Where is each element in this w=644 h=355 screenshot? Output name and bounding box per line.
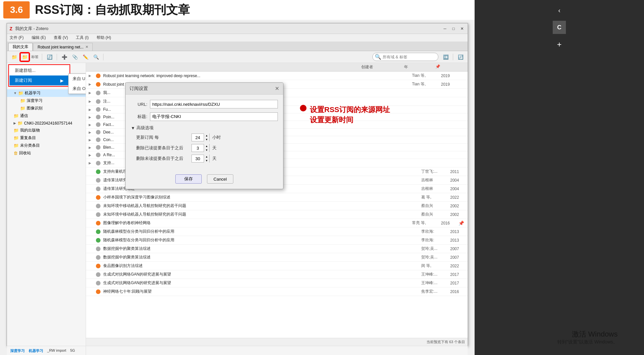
article-year: 2019 [441,74,456,78]
delete-unread-spinbox-up[interactable]: ▲ [204,155,209,159]
article-year: 2022 [450,264,465,268]
toolbar-folder-btn[interactable]: 📁 [10,53,19,61]
context-menu-new-group[interactable]: 新建群组... [10,66,69,75]
header-title: RSS订阅：自动抓取期刊文章 [35,2,190,18]
article-row[interactable]: 随机森林模型在分类与回归分析中的应用 李欣海: 2013 [86,227,468,236]
article-row[interactable]: 神经网络七十年:回顾与展望 焦李宏:... 2016 [86,287,468,296]
tag-rw[interactable]: _RW import [46,348,68,354]
sidebar-collapse-btn[interactable]: ‹ [558,7,561,14]
toolbar-new-btn[interactable]: 📁 [20,53,29,61]
article-year: 2004 [450,187,465,191]
article-row[interactable]: 数据挖掘中的聚类算法综述 贺玲;吴... 2007 [86,245,468,253]
advanced-toggle[interactable]: ▼ 高级选项 [131,125,278,131]
tab-my-library[interactable]: 我的文库 [8,43,33,51]
spinbox-up-btn[interactable]: ▲ [204,133,209,137]
article-author: Tian 等, [412,81,438,87]
tree-item-dup[interactable]: 📁 重复条目 [7,134,86,142]
dialog-title-bar: 订阅设置 ✕ [126,83,283,95]
article-row[interactable]: 食品图像识别方法综述 闵 等, 2022 [86,262,468,270]
maximize-btn[interactable]: □ [451,26,456,32]
dialog-close-btn[interactable]: ✕ [275,85,279,92]
tree-item-comm-label: 通信 [20,113,28,119]
delete-read-value-input[interactable] [192,146,204,151]
delete-read-spinbox-arrows: ▲ ▼ [204,144,209,152]
col-title-header [89,64,348,70]
article-author: 吉根林 [421,186,448,192]
article-title: 数据挖掘中的聚类算法综述 [103,246,419,251]
delete-unread-value-input[interactable] [192,156,204,161]
col-scroll-header [458,64,465,70]
row-expand-icon[interactable]: ▶ [89,82,93,86]
article-row[interactable]: 未知环境中移动机器人导航控制研究的若干问题 蔡自兴 2002 [86,202,468,210]
tree-item-ir[interactable]: 📁 图像识别 [11,104,86,112]
article-row[interactable]: 随机森林模型在分类与回归分析中的应用 李欣海: 2013 [86,236,468,245]
update-spinbox: ▲ ▼ [191,133,210,141]
tag-5g[interactable]: 5G [69,348,76,354]
article-row[interactable]: 生成式对抗网络GAN的研究进展与展望 王坤峰:... 2017 [86,279,468,287]
row-status-icon [96,107,101,112]
row-status-icon [96,264,101,268]
sidebar-add-btn[interactable]: + [557,40,562,49]
article-row[interactable]: 小样本国境下的深度学习图像识别综述 葛 等, 2022 [86,193,468,202]
dialog-title-label: 订阅设置 [130,86,148,92]
toolbar-nav-btn[interactable]: ➡️ [441,53,450,61]
tag-ml[interactable]: 机器学习 [27,348,44,354]
delete-read-spinbox-down[interactable]: ▼ [204,148,209,152]
context-menu-new-feed[interactable]: 新建订阅 ▶ [10,75,69,85]
delete-unread-spinbox: ▲ ▼ [191,155,210,163]
sidebar-icon-c[interactable]: C [553,21,566,34]
toolbar-sync-btn[interactable]: 🔄 [45,53,54,61]
dialog-url-input[interactable] [150,100,278,108]
tag-dl[interactable]: 深度学习 [9,348,26,354]
tree-item-trash[interactable]: 🗑 回收站 [7,149,86,157]
submenu-from-opml[interactable]: 来自 OPML... [69,84,86,94]
trash-icon: 🗑 [14,151,18,156]
tab-close-btn[interactable]: ✕ [85,45,88,49]
article-row[interactable]: 生成式对抗网络GAN的研究进展与展望 王坤峰:... 2017 [86,270,468,279]
row-status-icon [96,212,101,217]
row-expand-icon[interactable]: ▶ [89,74,93,77]
title-bar-left: Z 我的文库 - Zotero [10,26,48,32]
cancel-button[interactable]: Cancel [207,174,233,184]
delete-read-spinbox-up[interactable]: ▲ [204,144,209,148]
tree-item-dl[interactable]: 📁 深度学习 [11,97,86,104]
menu-bar: 文件 (F) 编辑 (E) 查看 (V) 工具 (I) 帮助 (H) [7,34,468,42]
tree-item-pub[interactable]: 📁 我的出版物 [7,127,86,134]
toolbar-pencil-btn[interactable]: ✏️ [81,53,90,61]
tree-item-comm[interactable]: 📁 通信 [7,112,86,120]
toolbar-search-btn[interactable]: 🔍 [91,53,101,61]
menu-edit[interactable]: 编辑 (E) [30,34,47,41]
dialog-url-row: URL: [131,100,278,108]
delete-read-unit: 天 [212,145,217,151]
search-input[interactable] [383,55,435,59]
article-row[interactable]: ▶ Robust joint learning network: improve… [86,72,468,80]
dialog-title-field-label: 标题: [131,114,147,120]
menu-file[interactable]: 文件 (F) [8,34,25,41]
submenu-from-url[interactable]: 来自 URL... [69,74,86,84]
article-year: 2019 [441,82,456,87]
delete-unread-spinbox-down[interactable]: ▼ [204,159,209,163]
toolbar-refresh-btn[interactable]: 🔃 [456,53,465,61]
row-status-icon [96,221,101,225]
article-row[interactable]: 图像理解中的卷积神经网络 常亮 等, 2016 📌 [86,219,468,227]
article-row[interactable]: 数据挖掘中的聚类算法综述 贺玲;吴... 2007 [86,253,468,262]
spinbox-down-btn[interactable]: ▼ [204,137,209,141]
minimize-btn[interactable]: ─ [442,26,448,32]
update-value-input[interactable] [192,135,204,140]
toolbar-add-btn[interactable]: ➕ [60,53,69,61]
menu-tools[interactable]: 工具 (I) [74,34,90,41]
menu-view[interactable]: 查看 (V) [52,34,69,41]
tree-item-uncat[interactable]: 📁 未分类条目 [7,142,86,149]
tree-item-cnki[interactable]: ▶ 📁 CNKI-20220424160757144 [7,120,86,127]
article-year: 2007 [450,247,465,251]
dialog-title-input[interactable] [150,112,278,121]
menu-help[interactable]: 帮助 (H) [95,34,112,41]
tab-robust[interactable]: Robust joint learning net... ✕ [33,43,93,51]
article-row[interactable]: 未知环境中移动机器人导航控制研究的若干问题 蔡自兴 2002 [86,210,468,219]
chevron-icon-cnki: ▶ [14,121,16,125]
close-btn[interactable]: ✕ [459,26,465,32]
row-status-icon [96,289,101,294]
advanced-section: ▼ 高级选项 更新订阅 每 ▲ ▼ 小时 删除已读提要条目于之后 [131,125,278,163]
toolbar-add2-btn[interactable]: 📎 [70,53,79,61]
save-button[interactable]: 保存 [175,174,202,184]
